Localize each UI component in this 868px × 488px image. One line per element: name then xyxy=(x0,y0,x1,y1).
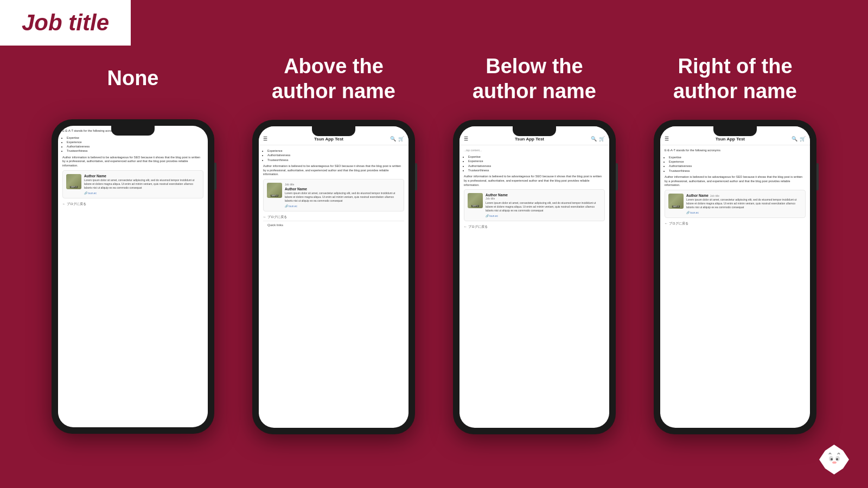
title-badge: Job title xyxy=(0,0,131,46)
author-info-right: Author Name Job title Lorem ipsum dolor … xyxy=(686,194,802,214)
search-icon-below[interactable]: 🔍 xyxy=(591,136,597,142)
author-info-above: Job title Author Name Lorem ipsum dolor … xyxy=(285,183,400,208)
app-bar-above: ☰ Tsun App Test 🔍 🛒 xyxy=(259,126,409,145)
svg-point-0 xyxy=(825,450,844,470)
screen-above: ☰ Tsun App Test 🔍 🛒 Experience Authorita… xyxy=(259,126,409,428)
phone-right: ☰ Tsun App Test 🔍 🛒 E-E-A-T stands for t… xyxy=(654,120,816,434)
author-avatar-none: SAMPLE xyxy=(66,174,81,189)
screen-below: ☰ Tsun App Test 🔍 🛒 ...top content... Ex… xyxy=(459,126,609,428)
search-icon-above[interactable]: 🔍 xyxy=(390,136,396,142)
col-heading-above: Above theauthor name xyxy=(272,54,395,104)
svg-point-5 xyxy=(832,461,837,464)
bullet-list-below: Expertise Experience Authoritativeness T… xyxy=(468,155,605,172)
author-card-none: SAMPLE Author Name Lorem ipsum dolor sit… xyxy=(62,170,203,198)
author-info-below: Author Name Job title Lorem ipsum dolor … xyxy=(486,193,601,217)
app-bar-right: ☰ Tsun App Test 🔍 🛒 xyxy=(660,126,810,145)
mascot xyxy=(819,445,852,477)
nav-icons-above: 🔍 🛒 xyxy=(390,136,404,142)
menu-icon-right[interactable]: ☰ xyxy=(665,136,669,142)
column-below: Below theauthor name ☰ Tsun App Test 🔍 🛒… xyxy=(437,54,632,434)
nav-icons-below: 🔍 🛒 xyxy=(591,136,605,142)
column-right: Right of theauthor name ☰ Tsun App Test … xyxy=(637,54,833,434)
column-above: Above theauthor name ☰ Tsun App Test 🔍 🛒… xyxy=(236,54,431,434)
columns-wrapper: None E-E-A-T stands for the following ac… xyxy=(0,54,868,434)
menu-icon-below[interactable]: ☰ xyxy=(464,136,468,142)
col-heading-below: Below theauthor name xyxy=(473,54,596,104)
phone-none: E-E-A-T stands for the following acronym… xyxy=(52,119,214,434)
screen-right: ☰ Tsun App Test 🔍 🛒 E-E-A-T stands for t… xyxy=(660,126,810,428)
svg-point-3 xyxy=(831,458,833,460)
bullet-list-right: Expertise Experience Authoritativeness T… xyxy=(669,155,806,173)
cart-icon-below[interactable]: 🛒 xyxy=(599,136,605,142)
author-avatar-above: SAMPLE xyxy=(267,183,282,198)
author-card-below: SAMPLE Author Name Job title Lorem ipsum… xyxy=(464,189,605,221)
phone-above: ☰ Tsun App Test 🔍 🛒 Experience Authorita… xyxy=(252,120,415,434)
nav-icons-right: 🔍 🛒 xyxy=(792,136,806,142)
col-heading-none: None xyxy=(107,54,159,103)
author-info-none: Author Name Lorem ipsum dolor sit amet, … xyxy=(84,174,200,195)
app-bar-below: ☰ Tsun App Test 🔍 🛒 xyxy=(459,126,609,145)
bullet-list-none: Expertise Experience Authoritativeness T… xyxy=(67,136,203,153)
phone-below: ☰ Tsun App Test 🔍 🛒 ...top content... Ex… xyxy=(453,120,616,434)
column-none: None E-E-A-T stands for the following ac… xyxy=(35,54,231,434)
cart-icon-above[interactable]: 🛒 xyxy=(398,136,404,142)
bullet-list-above: Experience Authoritativeness Trustworthi… xyxy=(267,149,404,162)
col-heading-right: Right of theauthor name xyxy=(673,54,797,104)
author-name-row-right: Author Name Job title xyxy=(686,194,802,198)
page-title: Job title xyxy=(22,10,109,36)
search-icon-right[interactable]: 🔍 xyxy=(792,136,797,142)
cart-icon-right[interactable]: 🛒 xyxy=(800,136,806,142)
svg-point-4 xyxy=(836,458,838,460)
screen-none: E-E-A-T stands for the following acronym… xyxy=(58,126,208,427)
author-card-above: SAMPLE Job title Author Name Lorem ipsum… xyxy=(263,179,404,211)
menu-icon-above[interactable]: ☰ xyxy=(263,136,267,142)
author-card-right: SAMPLE Author Name Job title Lorem ipsum… xyxy=(665,190,806,218)
author-avatar-right: SAMPLE xyxy=(668,194,684,209)
mascot-icon xyxy=(824,449,845,471)
author-avatar-below: SAMPLE xyxy=(468,193,483,208)
